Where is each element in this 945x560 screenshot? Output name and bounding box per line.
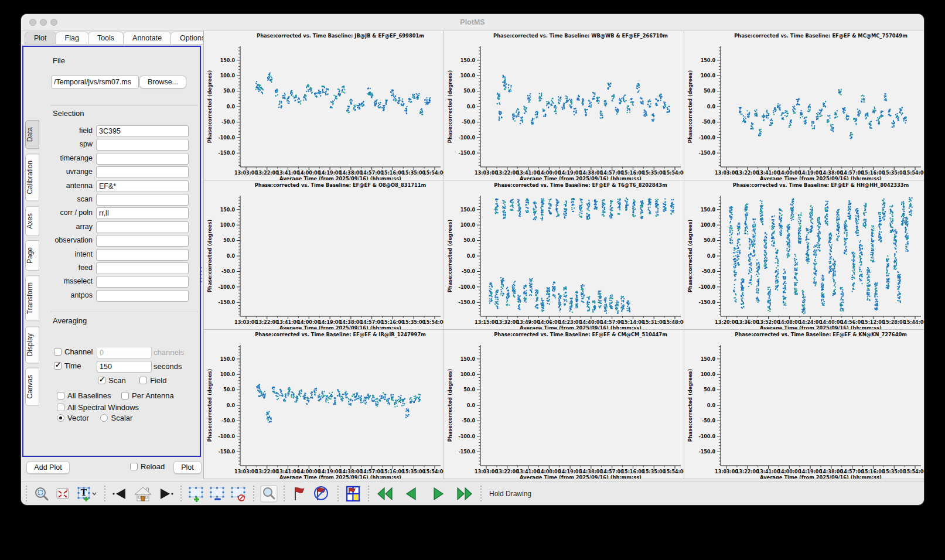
sidebar-tab-page[interactable]: Page xyxy=(25,240,39,271)
svg-text:15:54:00: 15:54:00 xyxy=(903,469,924,474)
svg-text:15:12:00: 15:12:00 xyxy=(862,320,885,325)
svg-text:14:19:00: 14:19:00 xyxy=(558,170,582,176)
nav-last-icon[interactable] xyxy=(453,485,475,503)
unflag-icon[interactable] xyxy=(312,485,332,503)
field-checkbox[interactable] xyxy=(139,377,147,384)
per-antenna-checkbox[interactable] xyxy=(121,392,129,399)
svg-text:Phase:corrected vs. Time Basel: Phase:corrected vs. Time Baseline: EF@EF… xyxy=(255,332,426,337)
per-antenna-label: Per Antenna xyxy=(132,391,174,400)
file-path-input[interactable]: /Temporal/jvs/rsm07.ms xyxy=(51,76,139,88)
svg-text:Average Time (from 2025/09/16): Average Time (from 2025/09/16) (hh:mm:ss… xyxy=(760,325,882,329)
browse-button[interactable]: Browse... xyxy=(139,76,186,88)
add-region-icon[interactable] xyxy=(187,485,205,503)
svg-text:Average Time (from 2025/09/16): Average Time (from 2025/09/16) (hh:mm:ss… xyxy=(520,474,642,479)
subtract-region-icon[interactable] xyxy=(209,485,226,503)
zoom-mode-icon[interactable] xyxy=(33,485,50,503)
selection-input-intent[interactable] xyxy=(96,249,189,261)
svg-text:Average Time (from 2025/09/16): Average Time (from 2025/09/16) (hh:mm:ss… xyxy=(520,176,642,180)
clear-regions-icon[interactable] xyxy=(230,485,247,503)
nav-first-icon[interactable] xyxy=(375,485,396,503)
plot-cell-1[interactable]: Phase:corrected vs. Time Baseline: JB@JB… xyxy=(204,31,444,180)
plot-button[interactable]: Plot xyxy=(173,461,202,474)
sidebar-tab-transform[interactable]: Transform xyxy=(25,275,39,321)
plot-cell-8[interactable]: Phase:corrected vs. Time Baseline: EF@EF… xyxy=(444,330,684,479)
svg-text:Phase:corrected vs. Time Basel: Phase:corrected vs. Time Baseline: EF@EF… xyxy=(494,332,667,337)
svg-text:14:24:00: 14:24:00 xyxy=(799,320,822,325)
plot-cell-7[interactable]: Phase:corrected vs. Time Baseline: EF@EF… xyxy=(204,330,444,479)
selection-input-observation[interactable] xyxy=(96,235,189,247)
plot-cell-5[interactable]: Phase:corrected vs. Time Baseline: EF@EF… xyxy=(444,180,684,330)
next-plot-icon[interactable] xyxy=(157,485,175,503)
expand-window-icon[interactable] xyxy=(54,485,71,503)
scalar-radio[interactable] xyxy=(100,414,108,422)
scan-checkbox[interactable] xyxy=(98,377,105,384)
svg-text:0.0: 0.0 xyxy=(707,403,716,408)
tab-tools[interactable]: Tools xyxy=(88,32,124,45)
tab-annotate[interactable]: Annotate xyxy=(123,32,171,45)
sidebar-tab-data[interactable]: Data xyxy=(25,120,39,149)
reload-checkbox[interactable] xyxy=(130,463,138,470)
svg-text:Phase:corrected (degrees): Phase:corrected (degrees) xyxy=(207,70,213,143)
selection-input-antenna[interactable]: EF&* xyxy=(96,180,189,192)
plot-cell-9[interactable]: Phase:corrected vs. Time Baseline: EF@EF… xyxy=(684,330,924,479)
svg-text:14:38:00: 14:38:00 xyxy=(579,170,603,176)
hold-drawing-toggle[interactable]: Hold Drawing xyxy=(489,490,531,498)
plot-cell-3[interactable]: Phase:corrected vs. Time Baseline: EF@EF… xyxy=(684,31,924,180)
channel-average-row: Channel xyxy=(54,347,96,356)
flag-icon[interactable] xyxy=(291,485,308,503)
sidebar-tab-axes[interactable]: Axes xyxy=(25,206,39,236)
selection-input-scan[interactable] xyxy=(96,194,189,206)
selection-input-spw[interactable] xyxy=(96,139,189,151)
svg-text:13:03:00: 13:03:00 xyxy=(234,170,258,176)
selection-input-timerange[interactable] xyxy=(96,153,189,165)
zoom-region-icon[interactable] xyxy=(260,485,278,503)
tab-plot[interactable]: Plot xyxy=(25,32,56,45)
svg-text:T: T xyxy=(81,488,87,497)
selection-input-field[interactable]: 3C395 xyxy=(96,125,189,137)
sidebar-tab-canvas[interactable]: Canvas xyxy=(25,368,39,406)
selection-label-array: array xyxy=(50,223,93,231)
svg-text:100.0: 100.0 xyxy=(460,73,476,78)
tab-flag[interactable]: Flag xyxy=(56,32,88,45)
field-label: Field xyxy=(150,376,166,385)
selection-input-corrpoln[interactable]: rr,ll xyxy=(96,207,189,219)
plot-cell-2[interactable]: Phase:corrected vs. Time Baseline: WB@WB… xyxy=(444,31,684,180)
selection-input-array[interactable] xyxy=(96,221,189,233)
vector-radio[interactable] xyxy=(57,414,64,422)
all-spectral-windows-checkbox[interactable] xyxy=(57,404,64,411)
svg-text:Phase:corrected (degrees): Phase:corrected (degrees) xyxy=(687,219,693,292)
selection-input-msselect[interactable] xyxy=(96,276,189,288)
divider xyxy=(50,312,198,312)
selection-input-antpos[interactable] xyxy=(96,290,189,302)
channel-value-input[interactable]: 0 xyxy=(97,347,152,358)
channel-checkbox[interactable] xyxy=(54,348,62,356)
add-plot-button[interactable]: Add Plot xyxy=(26,461,70,474)
annotate-text-icon[interactable]: T xyxy=(75,485,98,503)
svg-text:14:57:00: 14:57:00 xyxy=(601,320,624,325)
flagged-display-icon[interactable] xyxy=(344,485,362,503)
selection-input-uvrange[interactable] xyxy=(96,166,189,178)
nav-next-icon[interactable] xyxy=(428,485,448,503)
svg-text:13:22:00: 13:22:00 xyxy=(496,469,519,474)
selection-input-feed[interactable] xyxy=(96,262,189,274)
svg-text:0.0: 0.0 xyxy=(707,104,716,110)
title-bar[interactable]: PlotMS xyxy=(21,14,924,31)
svg-text:13:22:00: 13:22:00 xyxy=(736,469,759,474)
sidebar-tab-display[interactable]: Display xyxy=(25,326,39,363)
selection-label-spw: spw xyxy=(50,140,93,148)
svg-text:150.0: 150.0 xyxy=(460,357,476,362)
time-value-input[interactable]: 150 xyxy=(97,361,152,373)
time-label: Time xyxy=(64,361,81,370)
home-icon[interactable] xyxy=(132,485,153,503)
svg-text:14:57:00: 14:57:00 xyxy=(360,320,384,325)
svg-text:-100.0: -100.0 xyxy=(458,285,475,290)
svg-text:14:40:00: 14:40:00 xyxy=(820,320,843,325)
plot-cell-6[interactable]: Phase:corrected vs. Time Baseline: EF@EF… xyxy=(684,180,924,330)
sidebar-tab-calibration[interactable]: Calibration xyxy=(25,153,39,201)
prev-plot-icon[interactable] xyxy=(111,485,129,503)
time-checkbox[interactable] xyxy=(54,362,62,370)
plot-cell-4[interactable]: Phase:corrected vs. Time Baseline: EF@EF… xyxy=(204,180,444,330)
all-baselines-checkbox[interactable] xyxy=(57,392,64,399)
panel-splitter-handle[interactable] xyxy=(201,267,202,282)
nav-prev-icon[interactable] xyxy=(401,485,421,503)
